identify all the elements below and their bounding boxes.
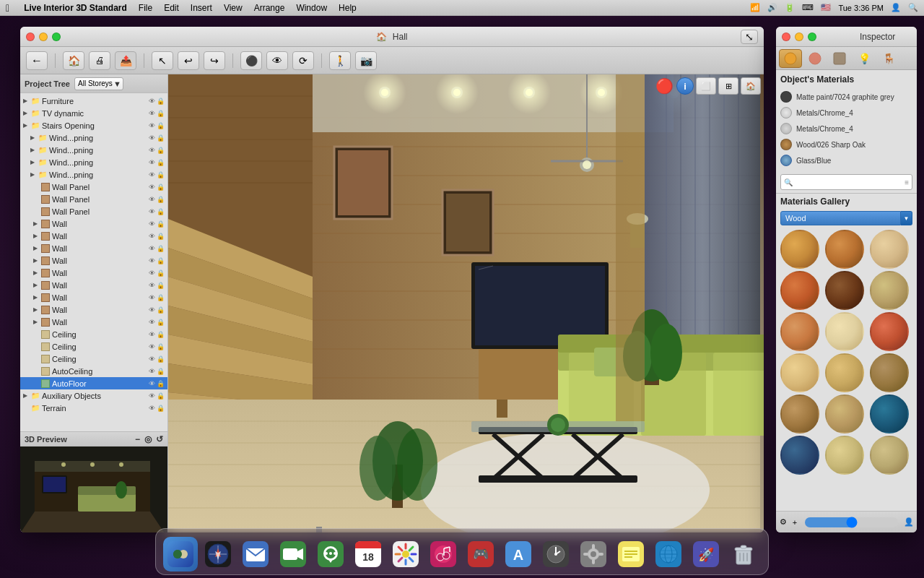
draw-circle-tool[interactable]: ⚫ — [240, 51, 262, 70]
storeys-select[interactable]: All Storeys — [74, 77, 123, 90]
gallery-category-select[interactable]: Wood — [780, 211, 901, 225]
dock-itunes[interactable] — [426, 537, 461, 571]
lock-icon[interactable]: 🔒 — [156, 244, 165, 253]
wifi-icon[interactable]: 📶 — [750, 3, 760, 12]
tree-item-ceiling-3[interactable]: Ceiling 👁 🔒 — [20, 353, 167, 365]
visibility-icon[interactable]: 👁 — [147, 207, 156, 216]
tree-item-ceiling-1[interactable]: Ceiling 👁 🔒 — [20, 328, 167, 340]
dock-note[interactable] — [614, 537, 648, 571]
tree-item-window-3[interactable]: ▶ 📁 Wind...pning 👁 🔒 — [20, 156, 167, 168]
lock-icon[interactable]: 🔒 — [156, 355, 165, 363]
gallery-item-12[interactable] — [870, 353, 909, 392]
zoom-slider[interactable] — [805, 517, 898, 527]
undo-button[interactable]: ↩ — [178, 51, 199, 70]
dock-globe[interactable] — [651, 537, 686, 571]
dock-trash[interactable] — [726, 537, 761, 571]
visibility-icon[interactable]: 👁 — [147, 355, 156, 363]
info-button[interactable]: i — [676, 77, 694, 95]
objects-tab[interactable]: 🪑 — [877, 49, 900, 68]
visibility-icon[interactable]: 👁 — [147, 367, 156, 376]
lock-icon[interactable]: 🔒 — [156, 220, 165, 228]
gallery-item-5[interactable] — [825, 271, 864, 310]
lock-icon[interactable]: 🔒 — [156, 392, 165, 400]
cursor-tool[interactable]: ↖ — [152, 51, 173, 70]
tree-item-wall-8[interactable]: ▶ Wall 👁 🔒 — [20, 303, 167, 316]
battery-icon[interactable]: 🔋 — [785, 3, 795, 12]
material-item-1[interactable]: Matte paint/7024 graphite grey — [780, 89, 912, 105]
redo-button[interactable]: ↪ — [204, 51, 225, 70]
material-item-5[interactable]: Glass/Blue — [780, 152, 912, 168]
visibility-icon[interactable]: 👁 — [147, 392, 156, 400]
eye-tool[interactable]: 👁 — [266, 51, 288, 70]
tree-item-window-4[interactable]: ▶ 📁 Wind...pning 👁 🔒 — [20, 168, 167, 181]
walkthrough-tool[interactable]: 🚶 — [329, 51, 351, 70]
user-icon[interactable]: 👤 — [891, 3, 901, 12]
tree-item-autoceiling[interactable]: AutoCeiling 👁 🔒 — [20, 365, 167, 377]
lights-tab[interactable]: 💡 — [853, 49, 876, 68]
material-item-2[interactable]: Metals/Chrome_4 — [780, 105, 912, 121]
apple-logo-icon[interactable]:  — [6, 2, 9, 14]
lock-icon[interactable]: 🔒 — [156, 404, 165, 413]
lock-icon[interactable]: 🔒 — [156, 146, 165, 155]
visibility-icon[interactable]: 👁 — [147, 232, 156, 241]
dock-prefs[interactable] — [576, 537, 611, 571]
tree-item-wall-6[interactable]: ▶ Wall 👁 🔒 — [20, 279, 167, 291]
gallery-item-4[interactable] — [780, 271, 819, 310]
lock-icon[interactable]: 🔒 — [156, 256, 165, 265]
tree-item-window-1[interactable]: ▶ 📁 Wind...pning 👁 🔒 — [20, 131, 167, 144]
visibility-icon[interactable]: 👁 — [147, 306, 156, 314]
lock-icon[interactable]: 🔒 — [156, 121, 165, 130]
lock-icon[interactable]: 🔒 — [156, 134, 165, 142]
visibility-icon[interactable]: 👁 — [147, 97, 156, 105]
dock-launchpad[interactable]: 🚀 — [689, 537, 723, 571]
visibility-icon[interactable]: 👁 — [147, 404, 156, 413]
dock-photos[interactable] — [388, 537, 423, 571]
zoom-out-icon[interactable]: − — [135, 434, 140, 444]
lock-icon[interactable]: 🔒 — [156, 109, 165, 118]
tree-item-wallpanel-2[interactable]: Wall Panel 👁 🔒 — [20, 193, 167, 205]
dock-timemachine[interactable] — [539, 537, 573, 571]
menu-app-name[interactable]: Live Interior 3D Standard — [24, 3, 127, 13]
gallery-item-3[interactable] — [870, 230, 909, 269]
inspector-max-button[interactable] — [808, 33, 816, 41]
dock-mail[interactable] — [238, 537, 273, 571]
tree-item-furniture[interactable]: ▶ 📁 Furniture 👁 🔒 — [20, 95, 167, 107]
tree-item-autofloor[interactable]: AutoFloor 👁 🔒 — [20, 377, 167, 389]
settings-button[interactable]: ⚙ — [779, 514, 788, 530]
visibility-icon[interactable]: 👁 — [147, 109, 156, 118]
menu-edit[interactable]: Edit — [164, 3, 179, 13]
visibility-icon[interactable]: 👁 — [147, 121, 156, 130]
lock-icon[interactable]: 🔒 — [156, 158, 165, 167]
close-button[interactable] — [26, 33, 35, 41]
print-button[interactable]: 🖨 — [89, 51, 110, 70]
tree-item-wallpanel-3[interactable]: Wall Panel 👁 🔒 — [20, 205, 167, 217]
lock-icon[interactable]: 🔒 — [156, 379, 165, 388]
gallery-item-1[interactable] — [780, 230, 819, 269]
tree-item-wall-2[interactable]: ▶ Wall 👁 🔒 — [20, 230, 167, 242]
visibility-icon[interactable]: 👁 — [147, 146, 156, 155]
lock-icon[interactable]: 🔒 — [156, 306, 165, 314]
visibility-icon[interactable]: 👁 — [147, 269, 156, 277]
storeys-select-wrapper[interactable]: All Storeys ▼ — [74, 77, 123, 90]
gallery-item-7[interactable] — [780, 312, 819, 351]
screenshot-tool[interactable]: 📷 — [355, 51, 377, 70]
menu-help[interactable]: Help — [339, 3, 357, 13]
lock-icon[interactable]: 🔒 — [156, 232, 165, 241]
lock-icon[interactable]: 🔒 — [156, 97, 165, 105]
dock-app1[interactable]: 🎮 — [463, 537, 498, 571]
tree-item-ceiling-2[interactable]: Ceiling 👁 🔒 — [20, 340, 167, 353]
clock[interactable]: Tue 3:36 PM — [838, 4, 884, 12]
visibility-icon[interactable]: 👁 — [147, 318, 156, 327]
gallery-item-15[interactable] — [870, 394, 909, 434]
view-mode-3[interactable]: 🏠 — [741, 77, 761, 95]
material-item-4[interactable]: Wood/026 Sharp Oak — [780, 137, 912, 152]
gallery-item-16[interactable] — [780, 436, 819, 475]
tree-list[interactable]: ▶ 📁 Furniture 👁 🔒 ▶ 📁 TV dynamic 👁 🔒 — [20, 93, 167, 431]
dock-calendar[interactable]: 18 — [351, 537, 385, 571]
menu-file[interactable]: File — [139, 3, 152, 13]
inspector-close-button[interactable] — [782, 33, 790, 41]
tree-item-terrain[interactable]: 📁 Terrain 👁 🔒 — [20, 402, 167, 414]
volume-icon[interactable]: 🔊 — [767, 3, 777, 12]
lock-icon[interactable]: 🔒 — [156, 269, 165, 277]
user-button[interactable]: 👤 — [904, 514, 914, 530]
